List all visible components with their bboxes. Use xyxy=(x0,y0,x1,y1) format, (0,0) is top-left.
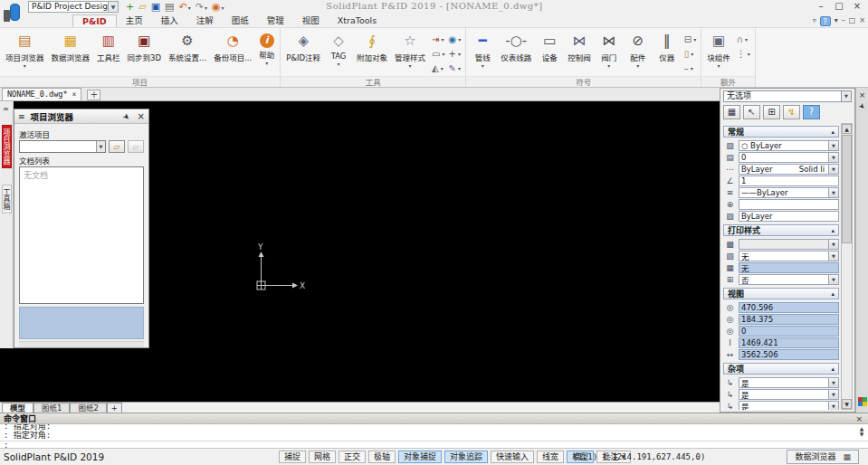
property-field[interactable]: 无▼ xyxy=(739,251,839,261)
help-button[interactable]: i帮助▾ xyxy=(255,29,278,76)
backup-project-button[interactable]: ◔备份项目... xyxy=(210,29,255,76)
instrument-line-button[interactable]: -○-仪表线路 xyxy=(497,29,535,76)
chevron-down-icon[interactable]: ▼ xyxy=(828,402,838,411)
property-field[interactable]: ▼ xyxy=(739,239,839,250)
line-segment-icon[interactable]: –▾ xyxy=(683,62,697,75)
block-component-button[interactable]: ▣块组件▾ xyxy=(703,29,734,76)
command-history[interactable]: : 指定对角:: 指定对角: xyxy=(0,424,868,441)
open-project-button[interactable]: ▱ xyxy=(109,140,125,153)
chevron-down-icon[interactable]: ▼ xyxy=(828,165,838,174)
doc-restore-icon[interactable]: □ xyxy=(849,15,856,26)
chevron-down-icon[interactable]: ▾ xyxy=(636,63,639,68)
chevron-down-icon[interactable]: ▼ xyxy=(841,91,851,101)
dotted-line-icon[interactable]: ⋮▾ xyxy=(736,47,751,61)
section-header-打印样式[interactable]: 打印样式▴ xyxy=(723,224,839,236)
chevron-down-icon[interactable]: ▼ xyxy=(828,390,838,399)
toggle-快速输入[interactable]: 快速输入 xyxy=(491,451,534,463)
chevron-down-icon[interactable]: ▼ xyxy=(828,153,838,162)
collapse-icon[interactable]: ▴ xyxy=(831,365,835,373)
toggle-对象捕捉[interactable]: 对象捕捉 xyxy=(398,451,442,463)
property-field[interactable]: ByLayerSolid li▼ xyxy=(739,164,839,175)
ribbon-tab-xtratools[interactable]: XtraTools xyxy=(329,14,386,27)
selection-filter-combo[interactable]: 无选项▼ xyxy=(723,90,852,102)
property-field[interactable]: 是▼ xyxy=(739,389,839,400)
pick-cursor-icon[interactable]: ↖ xyxy=(743,105,760,119)
wand-icon[interactable]: ✎▾ xyxy=(448,62,463,75)
chevron-down-icon[interactable]: ▼ xyxy=(828,188,838,197)
undo-icon[interactable]: ↶▾ xyxy=(178,1,192,14)
sidebar-tab-project-browser[interactable]: 项目浏览器 xyxy=(2,125,12,168)
layout-tab-图纸1[interactable]: 图纸1 xyxy=(33,403,70,413)
layout-tab-图纸2[interactable]: 图纸2 xyxy=(70,403,106,413)
chevron-down-icon[interactable]: ▾ xyxy=(24,63,26,68)
property-field[interactable]: 否▼ xyxy=(739,274,839,285)
collapse-icon[interactable]: ▴ xyxy=(831,227,835,234)
chevron-down-icon[interactable]: ▼ xyxy=(828,275,838,284)
ribbon-tab-pid[interactable]: P&ID xyxy=(72,14,117,27)
chevron-down-icon[interactable]: ▼ xyxy=(108,2,118,12)
document-list[interactable]: 无文档 xyxy=(19,166,144,304)
quick-properties-icon[interactable]: ↯ xyxy=(783,105,800,119)
ribbon-tab-manage[interactable]: 管理 xyxy=(258,14,293,27)
new-layout-button[interactable]: + xyxy=(107,403,122,413)
command-window-header[interactable]: 命令窗口 × xyxy=(0,413,868,424)
parachute-icon[interactable]: ∩▾ xyxy=(736,33,751,46)
property-field[interactable]: ○ ByLayer▼ xyxy=(739,140,839,151)
close-icon[interactable]: × xyxy=(856,90,868,100)
chevron-down-icon[interactable]: ▾ xyxy=(338,62,340,66)
pipeline-button[interactable]: ━管线▾ xyxy=(468,29,497,76)
print-icon[interactable]: ▤ xyxy=(164,1,175,14)
scroll-thumb[interactable] xyxy=(842,135,852,243)
ribbon-tab-home[interactable]: 主页 xyxy=(117,14,152,27)
chevron-down-icon[interactable]: ▼ xyxy=(828,251,838,261)
layout-tab-模型[interactable]: 模型 xyxy=(2,403,33,413)
pid-annotation-button[interactable]: ◈P&ID注释 xyxy=(282,29,324,76)
chevron-down-icon[interactable]: ▾ xyxy=(745,36,748,43)
property-field[interactable]: 0▼ xyxy=(739,152,839,163)
scroll-down-icon[interactable]: ▼ xyxy=(842,399,852,409)
section-header-视图[interactable]: 视图▴ xyxy=(723,288,839,299)
battery-limit-icon[interactable]: ▯▾ xyxy=(683,47,697,61)
scroll-up-icon[interactable]: ▲ xyxy=(842,124,852,134)
data-browser-mini-icon[interactable] xyxy=(858,397,867,406)
help-dropdown-icon[interactable]: ▾ xyxy=(835,15,838,26)
redo-icon[interactable]: ↷▾ xyxy=(195,1,208,14)
chevron-down-icon[interactable]: ▾ xyxy=(441,65,444,71)
select-objects-icon[interactable]: ⊞ xyxy=(763,105,780,119)
chevron-down-icon[interactable]: ▾ xyxy=(691,51,693,57)
crosshair-icon[interactable]: +▾ xyxy=(448,47,463,61)
toggle-对象追踪[interactable]: 对象追踪 xyxy=(444,451,488,463)
close-icon[interactable]: × xyxy=(72,89,77,100)
ribbon-collapse-icon[interactable]: ▿ xyxy=(813,15,816,26)
property-field[interactable]: 1 xyxy=(739,176,839,186)
fitting-button[interactable]: ⊘配件▾ xyxy=(624,29,653,76)
ribbon-tab-view[interactable]: 视图 xyxy=(293,14,329,27)
control-valve-button[interactable]: ⋈控制阀 xyxy=(564,29,595,76)
toggle-极轴[interactable]: 极轴 xyxy=(368,451,396,463)
property-field[interactable]: ByLayer xyxy=(739,211,839,222)
render-icon[interactable]: ◉▾ xyxy=(211,1,225,14)
bubble-icon[interactable]: ◉▾ xyxy=(448,33,463,46)
save-icon[interactable]: ▣ xyxy=(150,1,161,14)
quick-select-icon[interactable]: ▦ xyxy=(723,105,740,119)
collapse-icon[interactable]: ▴ xyxy=(831,128,835,136)
toggle-线宽[interactable]: 线宽 xyxy=(537,451,564,463)
help-icon[interactable]: ? xyxy=(820,16,831,26)
close-button[interactable]: × xyxy=(848,0,866,13)
edit-project-button[interactable]: ▱ xyxy=(128,140,144,153)
minimize-button[interactable]: – xyxy=(812,0,830,13)
property-field[interactable]: 是▼ xyxy=(739,377,839,388)
toggle-网格[interactable]: 网格 xyxy=(309,451,336,463)
hamburger-icon[interactable]: ≡ xyxy=(18,112,25,121)
valve-button[interactable]: ⋈阀门▾ xyxy=(595,29,624,76)
system-settings-button[interactable]: ⚙系统设置... xyxy=(165,29,210,76)
doc-minimize-icon[interactable]: – xyxy=(842,15,845,26)
equipment-button[interactable]: ▭设备 xyxy=(535,29,564,76)
document-tab[interactable]: NONAME_0.dwg* × xyxy=(2,88,81,100)
chevron-down-icon[interactable]: ▼ xyxy=(828,141,838,150)
doc-close-icon[interactable]: × xyxy=(859,15,865,26)
data-browser-button[interactable]: ▦数据浏览器 xyxy=(48,29,94,76)
sidebar-tab-toolbox[interactable]: 工具箱 xyxy=(2,185,12,214)
toolbox-button[interactable]: ▥工具栏 xyxy=(93,29,124,76)
chevron-down-icon[interactable]: ▼ xyxy=(96,141,105,152)
